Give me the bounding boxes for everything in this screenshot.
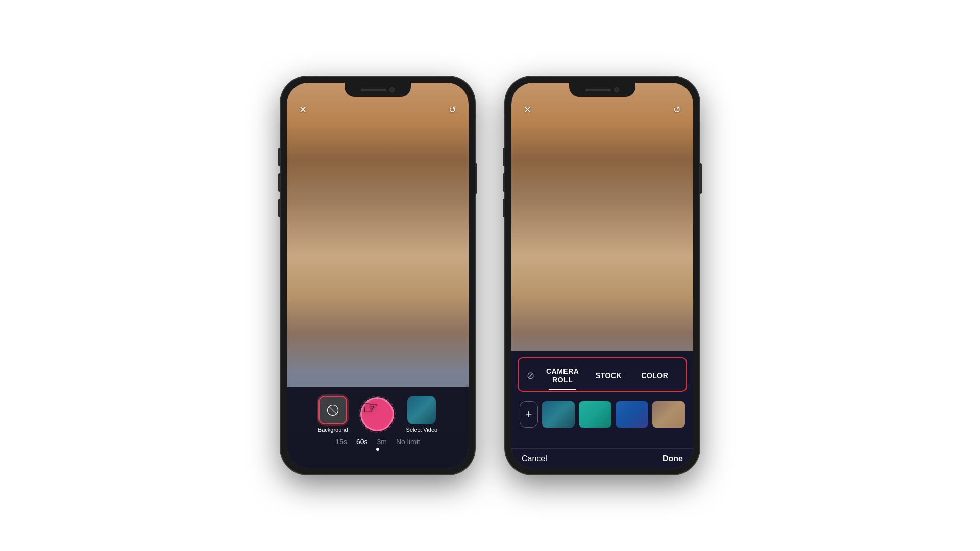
video-thumbnail xyxy=(407,396,436,424)
done-button[interactable]: Done xyxy=(663,454,683,463)
dot-indicator xyxy=(376,448,379,451)
speaker-2 xyxy=(585,89,611,91)
close-icon-1[interactable]: ✕ xyxy=(299,104,307,115)
top-controls-1: ✕ ↺ xyxy=(287,104,469,115)
no-bg-icon xyxy=(326,403,340,417)
cancel-button[interactable]: Cancel xyxy=(522,454,547,463)
thumbnails-row: + xyxy=(511,394,693,435)
close-icon-2[interactable]: ✕ xyxy=(524,104,531,115)
bottom-bar-2: ⊘ CAMERA ROLL STOCK COLOR + Cancel Done xyxy=(511,351,693,468)
phone-screen-1: ✕ ↺ Background xyxy=(287,83,469,468)
cancel-done-row: Cancel Done xyxy=(511,448,693,468)
svg-line-1 xyxy=(329,406,337,414)
phone-2: ✕ ↺ ⊘ CAMERA ROLL STOCK COLOR + xyxy=(505,77,699,474)
duration-row: 15s 60s 3m No limit xyxy=(335,438,420,446)
thumb-1[interactable] xyxy=(542,401,575,428)
cursor-hand: ☞ xyxy=(362,397,379,418)
tabs-row: ⊘ CAMERA ROLL STOCK COLOR xyxy=(518,357,687,392)
duration-15s[interactable]: 15s xyxy=(335,438,347,446)
duration-60s[interactable]: 60s xyxy=(356,438,368,446)
thumb-3[interactable] xyxy=(616,401,648,428)
select-video-label: Select Video xyxy=(406,427,438,433)
notch-2 xyxy=(569,83,635,97)
background-button[interactable]: Background xyxy=(318,396,348,433)
no-bg-icon-2: ⊘ xyxy=(527,370,534,381)
duration-3m[interactable]: 3m xyxy=(377,438,387,446)
top-controls-2: ✕ ↺ xyxy=(511,104,693,115)
camera-dot-1 xyxy=(389,87,395,92)
tab-stock[interactable]: STOCK xyxy=(585,369,631,382)
select-video-button[interactable]: Select Video xyxy=(406,396,438,433)
ui-overlay-1: ✕ ↺ Background xyxy=(287,83,469,468)
phone-screen-2: ✕ ↺ ⊘ CAMERA ROLL STOCK COLOR + xyxy=(511,83,693,468)
background-label: Background xyxy=(318,427,348,433)
add-background-button[interactable]: + xyxy=(520,401,538,428)
notch-1 xyxy=(345,83,411,97)
camera-dot-2 xyxy=(614,87,619,92)
thumb-2[interactable] xyxy=(579,401,611,428)
tab-color[interactable]: COLOR xyxy=(632,369,678,382)
refresh-icon-2[interactable]: ↺ xyxy=(673,104,681,115)
thumb-4[interactable] xyxy=(652,401,685,428)
duration-no-limit[interactable]: No limit xyxy=(396,438,420,446)
tab-camera-roll[interactable]: CAMERA ROLL xyxy=(540,365,585,386)
background-icon-box xyxy=(318,396,347,424)
ui-overlay-2: ✕ ↺ ⊘ CAMERA ROLL STOCK COLOR + xyxy=(511,83,693,468)
phone-1: ✕ ↺ Background xyxy=(281,77,475,474)
refresh-icon-1[interactable]: ↺ xyxy=(449,104,456,115)
speaker-1 xyxy=(361,89,386,91)
